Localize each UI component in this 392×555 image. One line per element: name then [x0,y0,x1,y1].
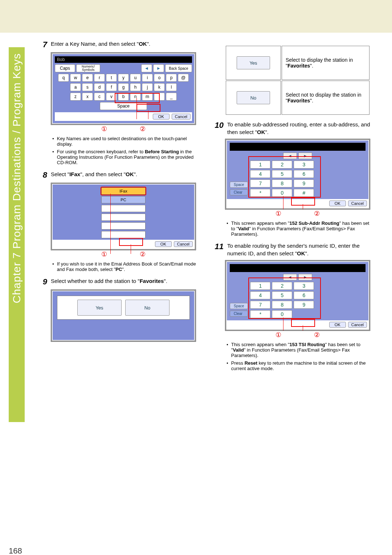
numpad-key-2[interactable]: 2 [272,161,292,169]
key-i[interactable]: i [142,74,153,82]
key-z[interactable]: z [70,93,81,101]
yes-button[interactable]: Yes [237,56,270,69]
numpad-display [230,264,366,272]
key-k[interactable]: k [154,83,165,91]
numpad-key-1[interactable]: 1 [250,282,270,290]
pc-option[interactable]: PC [101,196,146,203]
key-b[interactable]: b [118,93,129,101]
numpad-screenshot-11: ◄ ► Space Clear 123456789*0 OK [211,260,370,331]
clear-button[interactable]: Clear [230,189,248,195]
step-9: 9 Select whether to add the station to "… [36,277,196,287]
step-text: Enter a Key Name, and then select " [51,41,139,47]
kbd-row-1: qwertyuiop@ [55,74,192,82]
numpad-key-2[interactable]: 2 [272,282,292,290]
key-r[interactable]: r [94,74,105,82]
ok-button[interactable]: OK [329,322,346,328]
cancel-button[interactable]: Cancel [172,114,191,119]
numpad-key-0[interactable]: 0 [272,189,292,197]
numpad-key-6[interactable]: 6 [294,291,314,299]
space-key[interactable]: Space [100,102,147,110]
list-item[interactable] [101,231,146,238]
space-button[interactable]: Space [230,303,248,309]
list-item[interactable] [101,205,146,212]
right-arrow-icon[interactable]: ► [298,153,312,159]
key-.[interactable]: . [154,93,165,101]
yes-button[interactable]: Yes [77,300,122,316]
no-description: Select not to display the station in "Fa… [282,81,369,115]
cancel-button[interactable]: Cancel [174,241,193,247]
step-text: Select whether to add the station to " [51,278,140,284]
ok-button[interactable]: OK [153,114,170,119]
key-t[interactable]: t [106,74,117,82]
numpad-key-3[interactable]: 3 [294,161,314,169]
space-button[interactable]: Space [230,182,248,188]
callouts [225,331,370,339]
numpad-key-7[interactable]: 7 [250,301,270,309]
no-button[interactable]: No [237,91,270,104]
numpad-key-3[interactable]: 3 [294,282,314,290]
key-v[interactable]: v [106,93,117,101]
caps-key[interactable]: Caps [55,64,75,72]
numpad-key-7[interactable]: 7 [250,179,270,187]
numpad-key-9[interactable]: 9 [294,179,314,187]
numpad-key-5[interactable]: 5 [272,291,292,299]
numpad-screenshot-12: ◄ ► Space Clear 123456789*0# OK [211,139,370,210]
key-j[interactable]: j [142,83,153,91]
numpad-key-1[interactable]: 1 [250,161,270,169]
step-text: To enable routing by the sender's numeri… [227,243,360,256]
key-f[interactable]: f [106,83,117,91]
numpad-key-4[interactable]: 4 [250,170,270,178]
key-x[interactable]: x [82,93,93,101]
bullet-text: For using the onscreen keyboard, refer t… [57,149,196,165]
numeric-symbols-key[interactable]: Numeric/ Symbols [76,64,100,72]
cancel-button[interactable]: Cancel [348,200,367,206]
key-h[interactable]: h [130,83,141,91]
numpad-key-8[interactable]: 8 [272,179,292,187]
favorites-description-table: Yes Select to display the station in "Fa… [225,45,370,116]
ifax-option[interactable]: IFax [101,187,146,195]
key-g[interactable]: g [118,83,129,91]
key-c[interactable]: c [94,93,105,101]
left-arrow-icon[interactable]: ◄ [283,274,297,280]
callouts [225,210,370,218]
key-q[interactable]: q [58,74,69,82]
cancel-button[interactable]: Cancel [348,322,367,328]
backspace-key[interactable]: Back Space [165,64,192,72]
key-m[interactable]: m [142,93,153,101]
key-e[interactable]: e [82,74,93,82]
numpad-key-4[interactable]: 4 [250,291,270,299]
key-u[interactable]: u [130,74,141,82]
key-@[interactable]: @ [178,74,189,82]
key-a[interactable]: a [70,83,81,91]
numpad-key-*[interactable]: * [250,189,270,197]
key-d[interactable]: d [94,83,105,91]
key-w[interactable]: w [70,74,81,82]
key-s[interactable]: s [82,83,93,91]
ok-button[interactable]: OK [155,241,172,247]
kbd-display: Bob [55,56,192,63]
key-y[interactable]: y [118,74,129,82]
bullet-text: If you wish to use it in the Emai Addres… [57,261,196,272]
key-_[interactable]: _ [166,93,177,101]
key-p[interactable]: p [166,74,177,82]
numpad-key-*[interactable]: * [250,310,270,318]
list-item[interactable] [101,222,146,230]
numpad-key-8[interactable]: 8 [272,301,292,309]
left-arrow-key[interactable]: ◄ [141,64,152,72]
right-arrow-icon[interactable]: ► [298,274,312,280]
ok-button[interactable]: OK [329,200,346,206]
numpad-key-9[interactable]: 9 [294,301,314,309]
no-button[interactable]: No [125,300,170,316]
key-n[interactable]: n [130,93,141,101]
left-arrow-icon[interactable]: ◄ [283,153,297,159]
numpad-display [230,143,366,151]
numpad-key-5[interactable]: 5 [272,170,292,178]
numpad-key-6[interactable]: 6 [294,170,314,178]
numpad-key-#[interactable]: # [294,189,314,197]
numpad-key-0[interactable]: 0 [272,310,292,318]
key-l[interactable]: l [166,83,177,91]
list-item[interactable] [101,214,146,221]
key-o[interactable]: o [154,74,165,82]
clear-button[interactable]: Clear [230,311,248,317]
right-arrow-key[interactable]: ► [153,64,164,72]
